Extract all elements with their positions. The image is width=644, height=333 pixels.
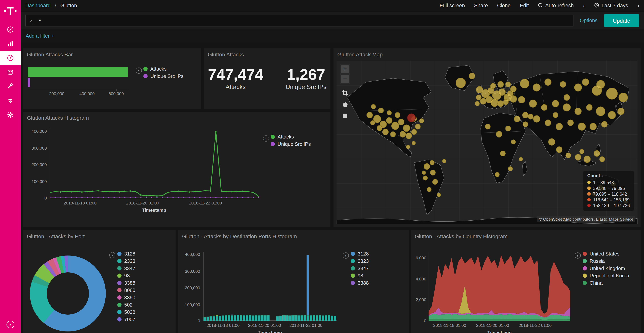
legend-item[interactable]: 8080 <box>117 286 135 294</box>
legend-label: 98 <box>358 273 363 278</box>
legend-item[interactable]: 2323 <box>117 257 135 265</box>
legend-label: 2323 <box>358 258 369 264</box>
legend-item[interactable]: Republic of Korea <box>583 272 629 279</box>
metric-attacks: 747,474 Attacks <box>208 66 263 91</box>
legend-item[interactable]: Russia <box>583 257 629 265</box>
clone-button[interactable]: Clone <box>497 3 511 9</box>
legend-expand-icon[interactable]: › <box>343 252 349 259</box>
sidebar-collapse-button[interactable]: › <box>0 321 21 328</box>
attacks-line-chart[interactable] <box>50 129 259 198</box>
world-map[interactable]: + − Count › <box>336 61 638 224</box>
legend-expand-icon[interactable]: › <box>109 252 116 258</box>
legend-item[interactable]: 98 <box>117 272 135 279</box>
legend-item[interactable]: 3128 <box>117 250 135 257</box>
legend-color-dot <box>117 281 122 285</box>
breadcrumb-dashboard-link[interactable]: Dashboard <box>25 3 50 9</box>
gear-icon <box>7 111 14 118</box>
legend-item[interactable]: 502 <box>117 301 135 308</box>
time-prev-button[interactable]: ‹ <box>583 2 585 9</box>
legend-item[interactable]: 2323 <box>351 257 369 265</box>
plus-icon: + <box>51 33 54 39</box>
time-next-button[interactable]: › <box>637 2 640 9</box>
legend-item[interactable]: Attacks <box>143 65 184 73</box>
full-screen-button[interactable]: Full screen <box>440 3 465 9</box>
legend-item[interactable]: 7007 <box>117 316 135 323</box>
rectangle-tool-icon[interactable] <box>341 112 349 120</box>
zoom-out-button[interactable]: − <box>340 74 350 84</box>
query-text: * <box>39 18 41 24</box>
legend-item[interactable]: 3390 <box>117 294 135 301</box>
legend-label: 2323 <box>124 258 135 264</box>
legend-item[interactable]: 3128 <box>351 250 369 257</box>
legend-label: 3347 <box>358 265 369 271</box>
legend-color-dot <box>587 186 591 190</box>
panel-title: Glutton - Attacks by Country Histogram <box>415 233 508 239</box>
legend-item[interactable]: 3388 <box>117 279 135 286</box>
search-query-input[interactable]: >_ * <box>25 15 574 27</box>
share-button[interactable]: Share <box>474 3 488 9</box>
crop-tool-icon[interactable] <box>341 89 349 97</box>
legend-expand-icon[interactable]: › <box>136 68 142 74</box>
legend-item[interactable]: 3388 <box>351 279 369 286</box>
timelion-icon <box>7 69 14 75</box>
legend-color-dot <box>351 281 355 285</box>
legend-item[interactable]: 98 <box>351 272 369 279</box>
breadcrumb: Dashboard / Glutton <box>25 3 77 9</box>
zoom-in-button[interactable]: + <box>340 65 350 74</box>
map-legend-title[interactable]: Count › <box>587 173 630 178</box>
map-attribution[interactable]: © OpenStreetMap contributors, Elastic Ma… <box>537 216 635 222</box>
legend-item[interactable]: Attacks <box>271 133 311 140</box>
x-tick: 2018-11-18 01:00 <box>433 323 466 328</box>
legend-item[interactable]: United Kingdom <box>583 265 629 272</box>
legend-color-dot <box>587 198 591 201</box>
update-button[interactable]: Update <box>604 14 640 27</box>
legend-color-dot <box>117 252 122 256</box>
chevron-right-icon: › <box>6 321 14 328</box>
auto-refresh-button[interactable]: Auto-refresh <box>538 3 574 9</box>
legend-label: 3390 <box>124 295 135 300</box>
time-picker-button[interactable]: Last 7 days <box>594 3 628 9</box>
metric-unique-src-ips: 1,267 Unique Src IPs <box>286 66 326 91</box>
sidebar-item-management[interactable] <box>0 107 21 122</box>
legend-item[interactable]: 3347 <box>351 265 369 272</box>
legend-label: 3388 <box>124 280 135 286</box>
polygon-tool-icon[interactable] <box>341 101 349 108</box>
dest-ports-bar-chart[interactable] <box>203 252 336 321</box>
y-tick: 100,000 <box>178 302 200 307</box>
country-area-chart[interactable] <box>428 252 570 321</box>
sidebar-item-dev-tools[interactable] <box>0 79 21 93</box>
legend-label: 8080 <box>124 287 135 293</box>
panel-title: Glutton Attacks Bar <box>27 51 73 58</box>
legend-color-dot <box>351 266 355 270</box>
legend-expand-icon[interactable]: › <box>574 252 581 259</box>
sidebar-item-timelion[interactable] <box>0 65 21 79</box>
telekom-logo: T <box>0 0 21 22</box>
legend-item[interactable]: 3347 <box>117 265 135 272</box>
sidebar-item-dashboard[interactable] <box>0 51 21 65</box>
sidebar-item-visualize[interactable] <box>0 37 21 51</box>
legend-label: 5038 <box>124 309 135 315</box>
legend-item[interactable]: China <box>583 279 629 286</box>
legend-expand-icon[interactable]: › <box>263 135 269 142</box>
attacks-bar[interactable] <box>28 67 128 77</box>
legend-item[interactable]: United States <box>583 250 629 257</box>
options-link[interactable]: Options <box>580 18 598 24</box>
legend-item[interactable]: Unique Src IPs <box>143 73 184 80</box>
legend-label: China <box>590 280 602 286</box>
topbar-actions: Full screen Share Clone Edit Auto-refres… <box>440 2 640 9</box>
map-zoom-controls: + − <box>340 65 350 84</box>
edit-button[interactable]: Edit <box>520 3 529 9</box>
srcips-bar[interactable] <box>28 78 30 87</box>
panel-attacks-by-country: Glutton - Attacks by Country Histogram 6… <box>411 230 640 333</box>
legend-item[interactable]: 5038 <box>117 308 135 316</box>
legend-color-dot <box>587 204 591 207</box>
port-donut-chart[interactable] <box>30 255 106 331</box>
y-tick: 200,000 <box>178 285 200 290</box>
attack-bubble-red[interactable] <box>407 114 416 122</box>
panel-title: Glutton Attacks <box>208 51 244 58</box>
sidebar-item-monitoring[interactable] <box>0 93 21 107</box>
add-filter-button[interactable]: Add a filter+ <box>26 33 54 39</box>
sidebar-item-discover[interactable] <box>0 22 21 37</box>
legend-item[interactable]: Unique Src IPs <box>271 140 311 148</box>
legend-label: Attacks <box>278 134 294 140</box>
